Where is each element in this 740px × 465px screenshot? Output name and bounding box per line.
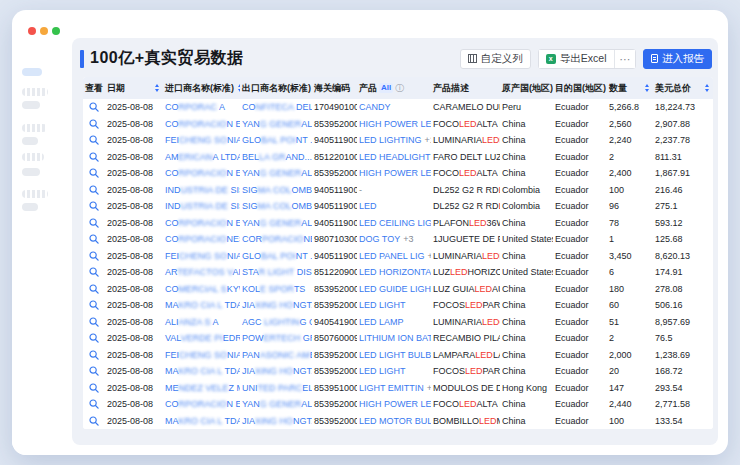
info-icon[interactable]: ⓘ [395, 82, 404, 95]
importer-link[interactable]: AMERICANA LTDA [165, 152, 240, 162]
exporter-link[interactable]: YANG GENERAL LI... [242, 119, 312, 129]
product-link[interactable]: LED LAMP [359, 317, 404, 327]
table-row: 2025-08-08ALIANZA S AAGC LIGHTING C...94… [83, 314, 713, 331]
product-link[interactable]: HIGH POWER LED F [359, 168, 431, 178]
product-link[interactable]: LED GUIDE LIGHT T [359, 284, 431, 294]
exporter-link[interactable]: POWERTECH GR... [242, 333, 312, 343]
keyword-highlight: LED [482, 251, 500, 261]
importer-link[interactable]: FEICHENG SONIA ... [165, 135, 240, 145]
export-excel-button[interactable]: x 导出Excel [539, 50, 614, 68]
product-link[interactable]: LITHIUM ION BATTE [359, 333, 431, 343]
product-link[interactable]: LED HORIZONTAL L [359, 267, 431, 277]
exporter-link[interactable]: STAR LIGHT DIST... [242, 267, 312, 277]
view-row-button[interactable] [89, 317, 99, 327]
exporter-link[interactable]: AGC LIGHTING C... [242, 317, 312, 327]
importer-link[interactable]: INDUSTRIA DE SIS... [165, 201, 240, 211]
sort-icon[interactable] [645, 84, 649, 92]
cell-hs-code: 940511900 [312, 248, 357, 265]
product-link[interactable]: LED MOTOR BULB [359, 416, 431, 426]
view-row-button[interactable] [89, 300, 99, 310]
view-row-button[interactable] [89, 267, 99, 277]
exporter-link[interactable]: SIGMA COLOMB... [242, 201, 312, 211]
product-link[interactable]: LED LIGHT [359, 300, 406, 310]
view-row-button[interactable] [89, 416, 99, 426]
exporter-link[interactable]: JIAXING HONGT... [242, 300, 312, 310]
window-zoom-button[interactable] [52, 27, 60, 35]
view-row-button[interactable] [89, 168, 99, 178]
exporter-link[interactable]: GLOBAL POINT ... [242, 251, 312, 261]
view-row-button[interactable] [89, 102, 99, 112]
importer-link[interactable]: COMERCIAL SKYWI... [165, 284, 240, 294]
importer-link[interactable]: INDUSTRIA DE SIS... [165, 185, 240, 195]
product-link[interactable]: CANDY [359, 102, 391, 112]
exporter-link[interactable]: YANG GENERAL LI... [242, 399, 312, 409]
exporter-link[interactable]: PANASONIC AMERIC... [242, 350, 312, 360]
view-row-button[interactable] [89, 119, 99, 129]
product-link[interactable]: LED LIGHTING [359, 135, 422, 145]
importer-link[interactable]: CORPORACION E... [165, 399, 240, 409]
product-link[interactable]: DOG TOY [359, 234, 400, 244]
importer-link[interactable]: CORPORAC A [165, 102, 225, 112]
product-link[interactable]: LED CEILING LIGHT [359, 218, 431, 228]
importer-link[interactable]: MAKRO CIA L TDA [165, 300, 240, 310]
importer-link[interactable]: MAKRO CIA L TDA [165, 366, 240, 376]
table-header-row: 查看日期进口商名称(标准)出口商名称(标准)海关编码产品Allⓘ产品描述原产国(… [83, 77, 713, 99]
view-row-button[interactable] [89, 284, 99, 294]
exporter-link[interactable]: GLOBAL POINT ... [242, 135, 312, 145]
importer-link[interactable]: CORPORACION E... [165, 119, 240, 129]
exporter-link[interactable]: JIAXING HONGT... [242, 366, 312, 376]
exporter-link[interactable]: SIGMA COLOMB... [242, 185, 312, 195]
importer-link[interactable]: CORPORACIONES... [165, 234, 240, 244]
view-row-button[interactable] [89, 366, 99, 376]
product-link[interactable]: LED HEADLIGHT [359, 152, 431, 162]
column-header-exporter[interactable]: 出口商名称(标准) [240, 77, 312, 99]
view-row-button[interactable] [89, 251, 99, 261]
exporter-link[interactable]: JIAXING HONGT... [242, 416, 312, 426]
exporter-link[interactable]: BELLA GRAND... [242, 152, 312, 162]
exporter-link[interactable]: CONFITECA DEL ... [242, 102, 312, 112]
window-close-button[interactable] [28, 27, 36, 35]
importer-link[interactable]: ARTEFACTOS VARA... [165, 267, 240, 277]
column-header-date[interactable]: 日期 [105, 77, 163, 99]
page-title: 100亿+真实贸易数据 [90, 48, 244, 69]
view-row-button[interactable] [89, 350, 99, 360]
importer-link[interactable]: ALIANZA S A [165, 317, 219, 327]
view-row-button[interactable] [89, 152, 99, 162]
exporter-link[interactable]: YANG GENERAL LI... [242, 168, 312, 178]
view-row-button[interactable] [89, 135, 99, 145]
sort-icon[interactable] [705, 84, 709, 92]
importer-link[interactable]: FEICHENG SONIA ... [165, 350, 240, 360]
view-row-button[interactable] [89, 333, 99, 343]
sort-icon[interactable] [155, 84, 159, 92]
exporter-link[interactable]: CORPORACIONES... [242, 234, 312, 244]
view-row-button[interactable] [89, 399, 99, 409]
enter-report-button[interactable]: 进入报告 [643, 49, 712, 69]
importer-link[interactable]: CORPORACION E... [165, 218, 240, 228]
product-link[interactable]: LED PANEL LIG [359, 251, 425, 261]
view-row-button[interactable] [89, 185, 99, 195]
product-link[interactable]: LED LIGHT [359, 366, 406, 376]
exporter-link[interactable]: YANG GENERAL LI... [242, 218, 312, 228]
product-link[interactable]: LIGHT EMITTIN [359, 383, 424, 393]
window-minimize-button[interactable] [40, 27, 48, 35]
more-options-button[interactable]: ⋯ [614, 50, 636, 68]
importer-link[interactable]: MENDEZ VELEZ M... [165, 383, 240, 393]
product-link[interactable]: LED LIGHT BULB [359, 350, 431, 360]
column-header-importer[interactable]: 进口商名称(标准) [163, 77, 240, 99]
exporter-link[interactable]: UNITED PARCEL ... [242, 383, 312, 393]
view-row-button[interactable] [89, 201, 99, 211]
view-row-button[interactable] [89, 234, 99, 244]
product-link[interactable]: LED [359, 201, 377, 211]
customize-columns-button[interactable]: 自定义列 [460, 49, 531, 69]
exporter-link[interactable]: KOLE SPORTS [242, 284, 305, 294]
importer-link[interactable]: MAKRO CIA L TDA [165, 416, 240, 426]
column-header-price[interactable]: 美元总价 [653, 77, 713, 99]
view-row-button[interactable] [89, 218, 99, 228]
importer-link[interactable]: FEICHENG SONIA ... [165, 251, 240, 261]
importer-link[interactable]: CORPORACION E... [165, 168, 240, 178]
product-link[interactable]: HIGH POWER LED F [359, 399, 431, 409]
column-header-qty[interactable]: 数量 [607, 77, 653, 99]
product-link[interactable]: HIGH POWER LED F [359, 119, 431, 129]
view-row-button[interactable] [89, 383, 99, 393]
importer-link[interactable]: VALVERDE PIEDR... [165, 333, 240, 343]
